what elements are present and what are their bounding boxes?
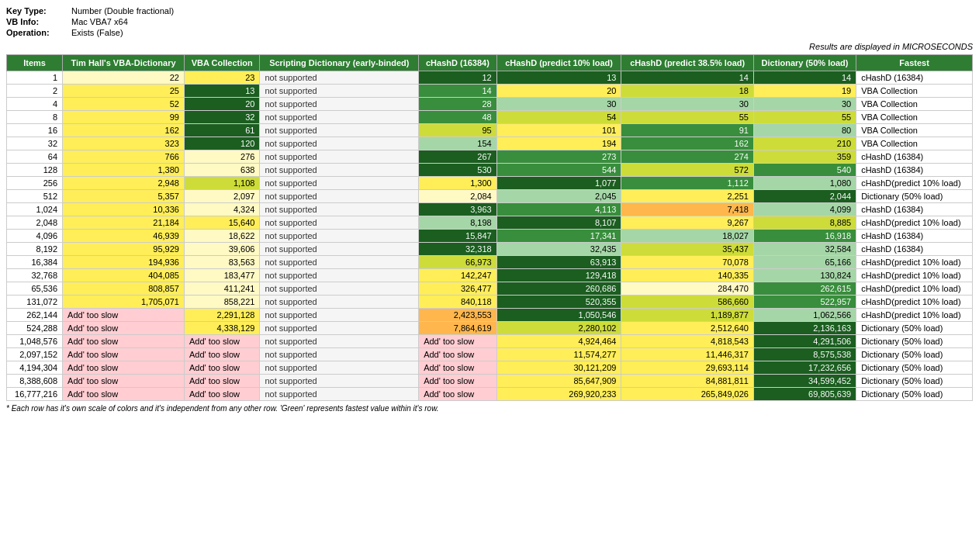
cell-fastest: Dictionary (50% load) xyxy=(856,322,973,335)
table-row: 4,194,304Add' too slowAdd' too slownot s… xyxy=(7,361,973,375)
table-row: 1616261not supported951019180VBA Collect… xyxy=(7,124,973,137)
table-row: 1,048,576Add' too slowAdd' too slownot s… xyxy=(7,335,973,348)
cell-dictionary_50: 522,957 xyxy=(753,296,856,309)
cell-dictionary_50: 80 xyxy=(753,124,856,137)
table-row: 45220not supported28303030VBA Collection xyxy=(7,98,973,111)
cell-chashd_16384: 1,300 xyxy=(419,177,497,190)
cell-items: 2,097,152 xyxy=(7,348,63,361)
cell-items: 4 xyxy=(7,98,63,111)
cell-items: 16 xyxy=(7,124,63,137)
cell-dictionary_50: 359 xyxy=(753,150,856,164)
cell-chashd_16384: Add' too slow xyxy=(419,348,497,361)
table-row: 2562,9481,108not supported1,3001,0771,11… xyxy=(7,177,973,190)
cell-chashd_385: 1,189,877 xyxy=(621,309,753,322)
cell-tim_hall: Add' too slow xyxy=(63,361,185,375)
cell-chashd_16384: 326,477 xyxy=(419,282,497,296)
cell-dictionary_50: 17,232,656 xyxy=(753,361,856,375)
cell-scripting: not supported xyxy=(260,335,419,348)
cell-chashd_385: 14 xyxy=(621,71,753,85)
cell-chashd_16384: 15,847 xyxy=(419,230,497,243)
vb-info-label: VB Info: xyxy=(6,17,68,26)
cell-items: 8 xyxy=(7,111,63,124)
cell-scripting: not supported xyxy=(260,375,419,388)
key-type-label: Key Type: xyxy=(6,6,68,16)
cell-chashd_10: 260,686 xyxy=(496,282,621,296)
cell-chashd_385: 18 xyxy=(621,85,753,98)
cell-chashd_10: 520,355 xyxy=(496,296,621,309)
cell-scripting: not supported xyxy=(260,309,419,322)
cell-vba_collection: 638 xyxy=(184,164,259,177)
cell-scripting: not supported xyxy=(260,256,419,269)
cell-dictionary_50: 55 xyxy=(753,111,856,124)
cell-tim_hall: 323 xyxy=(63,137,185,150)
cell-chashd_10: 30,121,209 xyxy=(496,361,621,375)
cell-chashd_385: 35,437 xyxy=(621,243,753,256)
cell-chashd_385: 586,660 xyxy=(621,296,753,309)
cell-chashd_10: 273 xyxy=(496,150,621,164)
cell-items: 1 xyxy=(7,71,63,85)
cell-chashd_16384: 7,864,619 xyxy=(419,322,497,335)
cell-tim_hall: 52 xyxy=(63,98,185,111)
cell-fastest: VBA Collection xyxy=(856,111,973,124)
col-header-items: Items xyxy=(7,55,63,71)
cell-fastest: cHashD(predict 10% load) xyxy=(856,216,973,230)
cell-chashd_385: 265,849,026 xyxy=(621,388,753,401)
table-row: 2,04821,18415,640not supported8,1988,107… xyxy=(7,216,973,230)
col-header-chashd-10: cHashD (predict 10% load) xyxy=(496,55,621,71)
cell-chashd_10: 2,280,102 xyxy=(496,322,621,335)
cell-vba_collection: 858,221 xyxy=(184,296,259,309)
cell-tim_hall: 808,857 xyxy=(63,282,185,296)
cell-chashd_10: 4,113 xyxy=(496,203,621,216)
cell-scripting: not supported xyxy=(260,98,419,111)
cell-dictionary_50: 30 xyxy=(753,98,856,111)
table-row: 1281,380638not supported530544572540cHas… xyxy=(7,164,973,177)
cell-fastest: VBA Collection xyxy=(856,98,973,111)
cell-chashd_10: 194 xyxy=(496,137,621,150)
cell-dictionary_50: 69,805,639 xyxy=(753,388,856,401)
cell-dictionary_50: 262,615 xyxy=(753,282,856,296)
cell-scripting: not supported xyxy=(260,322,419,335)
col-header-dictionary-50: Dictionary (50% load) xyxy=(753,55,856,71)
cell-vba_collection: 120 xyxy=(184,137,259,150)
cell-vba_collection: 32 xyxy=(184,111,259,124)
cell-vba_collection: 411,241 xyxy=(184,282,259,296)
cell-tim_hall: 162 xyxy=(63,124,185,137)
cell-dictionary_50: 130,824 xyxy=(753,269,856,282)
metadata-section: Key Type: Number (Double fractional) VB … xyxy=(6,6,973,37)
cell-items: 16,777,216 xyxy=(7,388,63,401)
cell-dictionary_50: 1,062,566 xyxy=(753,309,856,322)
cell-fastest: Dictionary (50% load) xyxy=(856,375,973,388)
cell-tim_hall: 2,948 xyxy=(63,177,185,190)
cell-dictionary_50: 1,080 xyxy=(753,177,856,190)
col-header-chashd-16384: cHashD (16384) xyxy=(419,55,497,71)
cell-dictionary_50: 32,584 xyxy=(753,243,856,256)
table-row: 65,536808,857411,241not supported326,477… xyxy=(7,282,973,296)
cell-fastest: cHashD (16384) xyxy=(856,164,973,177)
col-header-vba-collection: VBA Collection xyxy=(184,55,259,71)
cell-scripting: not supported xyxy=(260,190,419,203)
cell-chashd_385: 84,881,811 xyxy=(621,375,753,388)
cell-tim_hall: 404,085 xyxy=(63,269,185,282)
table-row: 262,144Add' too slow2,291,128not support… xyxy=(7,309,973,322)
cell-chashd_385: 2,512,640 xyxy=(621,322,753,335)
cell-chashd_10: 32,435 xyxy=(496,243,621,256)
cell-chashd_10: 544 xyxy=(496,164,621,177)
cell-chashd_385: 29,693,114 xyxy=(621,361,753,375)
cell-tim_hall: 766 xyxy=(63,150,185,164)
cell-chashd_16384: 12 xyxy=(419,71,497,85)
cell-fastest: Dictionary (50% load) xyxy=(856,348,973,361)
operation-value: Exists (False) xyxy=(71,28,123,37)
table-row: 8,19295,92939,606not supported32,31832,4… xyxy=(7,243,973,256)
cell-tim_hall: Add' too slow xyxy=(63,348,185,361)
cell-scripting: not supported xyxy=(260,348,419,361)
table-row: 16,384194,93683,563not supported66,97363… xyxy=(7,256,973,269)
table-row: 32,768404,085183,477not supported142,247… xyxy=(7,269,973,282)
cell-chashd_385: 284,470 xyxy=(621,282,753,296)
cell-chashd_16384: 2,084 xyxy=(419,190,497,203)
cell-chashd_16384: 48 xyxy=(419,111,497,124)
cell-chashd_10: 101 xyxy=(496,124,621,137)
cell-chashd_16384: 2,423,553 xyxy=(419,309,497,322)
cell-tim_hall: 194,936 xyxy=(63,256,185,269)
data-table: Items Tim Hall's VBA-Dictionary VBA Coll… xyxy=(6,54,973,401)
cell-items: 2 xyxy=(7,85,63,98)
